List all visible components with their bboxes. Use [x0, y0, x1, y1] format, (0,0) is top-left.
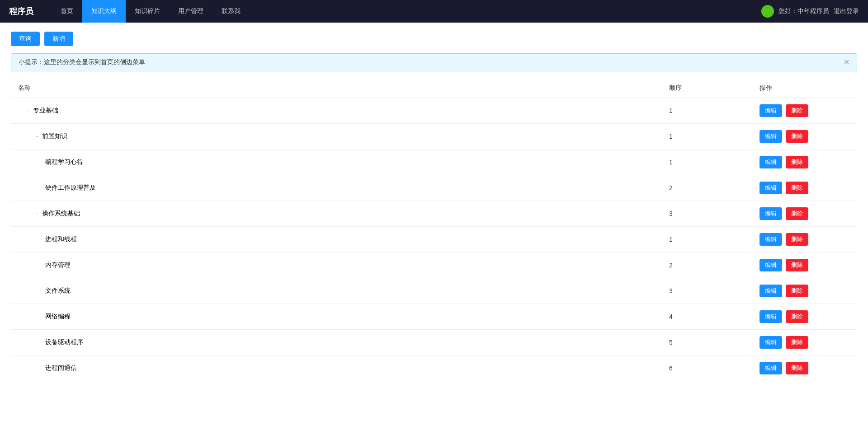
brand: 程序员: [9, 6, 33, 17]
action-cell: 编辑 删除: [760, 259, 850, 271]
alert-close-button[interactable]: ✕: [844, 59, 849, 66]
delete-button[interactable]: 删除: [786, 285, 808, 297]
row-name: 专业基础: [33, 107, 58, 115]
name-cell: 编程学习心得: [18, 158, 669, 166]
row-name: 设备驱动程序: [45, 338, 83, 346]
order-cell: 3: [669, 210, 760, 217]
delete-button[interactable]: 删除: [786, 130, 808, 143]
name-cell: 进程和线程: [18, 235, 669, 243]
table-row: 网络编程 4 编辑 删除: [11, 304, 857, 330]
edit-button[interactable]: 编辑: [760, 130, 782, 143]
logout-button[interactable]: 退出登录: [834, 7, 859, 15]
row-name: 进程和线程: [45, 235, 77, 243]
nav-contact[interactable]: 联系我: [212, 0, 250, 23]
action-cell: 编辑 删除: [760, 104, 850, 117]
action-cell: 编辑 删除: [760, 233, 850, 246]
action-cell: 编辑 删除: [760, 285, 850, 297]
table-row: 设备驱动程序 5 编辑 删除: [11, 330, 857, 355]
order-cell: 4: [669, 313, 760, 320]
row-name: 前置知识: [42, 132, 67, 140]
delete-button[interactable]: 删除: [786, 362, 808, 374]
action-cell: 编辑 删除: [760, 336, 850, 349]
alert-box: 小提示：这里的分类会显示到首页的侧边菜单 ✕: [11, 53, 857, 71]
order-cell: 1: [669, 236, 760, 243]
col-header-action: 操作: [760, 84, 850, 92]
navbar: 程序员 首页 知识大纲 知识碎片 用户管理 联系我 您好：中年程序员 退出登录: [0, 0, 868, 23]
action-cell: 编辑 删除: [760, 130, 850, 143]
edit-button[interactable]: 编辑: [760, 156, 782, 168]
edit-button[interactable]: 编辑: [760, 207, 782, 220]
table-header: 名称 顺序 操作: [11, 79, 857, 98]
order-cell: 1: [669, 133, 760, 140]
row-name: 编程学习心得: [45, 158, 83, 166]
delete-button[interactable]: 删除: [786, 336, 808, 349]
new-button[interactable]: 新增: [44, 32, 73, 46]
nav-fragments[interactable]: 知识碎片: [126, 0, 169, 23]
name-cell: 网络编程: [18, 313, 669, 321]
delete-button[interactable]: 删除: [786, 310, 808, 323]
nav-outline[interactable]: 知识大纲: [82, 0, 126, 23]
toolbar: 查询 新增: [11, 32, 857, 46]
edit-button[interactable]: 编辑: [760, 310, 782, 323]
col-header-name: 名称: [18, 84, 669, 92]
name-cell: - 操作系统基础: [18, 210, 669, 218]
name-cell: 内存管理: [18, 261, 669, 269]
order-cell: 1: [669, 159, 760, 166]
alert-message: 小提示：这里的分类会显示到首页的侧边菜单: [19, 58, 145, 66]
delete-button[interactable]: 删除: [786, 156, 808, 168]
row-name: 硬件工作原理普及: [45, 184, 96, 192]
row-name: 进程间通信: [45, 364, 77, 372]
action-cell: 编辑 删除: [760, 362, 850, 374]
nav-menu: 首页 知识大纲 知识碎片 用户管理 联系我: [52, 0, 761, 23]
delete-button[interactable]: 删除: [786, 207, 808, 220]
delete-button[interactable]: 删除: [786, 259, 808, 271]
name-cell: 设备驱动程序: [18, 338, 669, 346]
query-button[interactable]: 查询: [11, 32, 40, 46]
order-cell: 1: [669, 107, 760, 114]
action-cell: 编辑 删除: [760, 310, 850, 323]
edit-button[interactable]: 编辑: [760, 336, 782, 349]
greeting-text: 您好：中年程序员: [778, 7, 829, 15]
order-cell: 2: [669, 184, 760, 192]
edit-button[interactable]: 编辑: [760, 233, 782, 246]
row-name: 文件系统: [45, 287, 71, 295]
nav-home[interactable]: 首页: [52, 0, 82, 23]
action-cell: 编辑 删除: [760, 207, 850, 220]
navbar-right: 您好：中年程序员 退出登录: [761, 5, 859, 18]
row-name: 网络编程: [45, 313, 71, 321]
edit-button[interactable]: 编辑: [760, 104, 782, 117]
name-cell: 进程间通信: [18, 364, 669, 372]
dash-icon: -: [36, 133, 38, 140]
col-header-order: 顺序: [669, 84, 760, 92]
action-cell: 编辑 删除: [760, 156, 850, 168]
delete-button[interactable]: 删除: [786, 233, 808, 246]
table-row: - 操作系统基础 3 编辑 删除: [11, 201, 857, 227]
nav-user-management[interactable]: 用户管理: [169, 0, 212, 23]
order-cell: 3: [669, 287, 760, 294]
dash-icon: -: [36, 210, 38, 217]
table-row: 内存管理 2 编辑 删除: [11, 252, 857, 278]
dash-icon: -: [27, 107, 29, 114]
table: 名称 顺序 操作 - 专业基础 1 编辑 删除 - 前置知识 1 编辑: [11, 79, 857, 381]
edit-button[interactable]: 编辑: [760, 285, 782, 297]
edit-button[interactable]: 编辑: [760, 259, 782, 271]
action-cell: 编辑 删除: [760, 182, 850, 194]
order-cell: 2: [669, 262, 760, 269]
avatar: [761, 5, 774, 18]
delete-button[interactable]: 删除: [786, 182, 808, 194]
table-row: 文件系统 3 编辑 删除: [11, 278, 857, 304]
name-cell: - 专业基础: [18, 107, 669, 115]
table-row: 进程间通信 6 编辑 删除: [11, 355, 857, 381]
table-row: - 专业基础 1 编辑 删除: [11, 98, 857, 124]
table-row: 进程和线程 1 编辑 删除: [11, 227, 857, 252]
edit-button[interactable]: 编辑: [760, 182, 782, 194]
row-name: 内存管理: [45, 261, 71, 269]
order-cell: 5: [669, 339, 760, 346]
table-row: 硬件工作原理普及 2 编辑 删除: [11, 175, 857, 201]
name-cell: 文件系统: [18, 287, 669, 295]
name-cell: - 前置知识: [18, 132, 669, 140]
delete-button[interactable]: 删除: [786, 104, 808, 117]
name-cell: 硬件工作原理普及: [18, 184, 669, 192]
edit-button[interactable]: 编辑: [760, 362, 782, 374]
table-row: - 前置知识 1 编辑 删除: [11, 124, 857, 150]
